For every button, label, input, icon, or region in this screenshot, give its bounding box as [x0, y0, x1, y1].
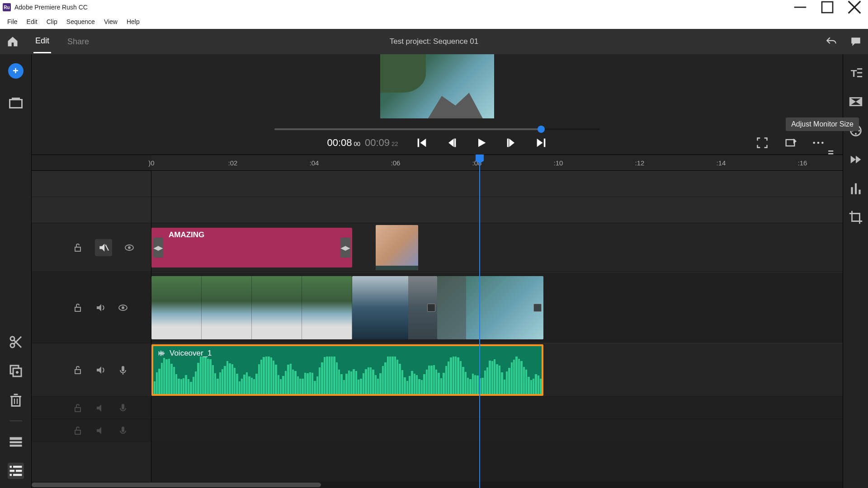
- svg-point-50: [122, 306, 124, 309]
- play-button[interactable]: [475, 136, 488, 149]
- svg-rect-21: [9, 445, 22, 447]
- undo-icon[interactable]: [826, 36, 837, 47]
- minimize-button[interactable]: [787, 0, 814, 14]
- svg-marker-35: [537, 139, 542, 147]
- audio-clip[interactable]: Voiceover_1: [151, 344, 543, 396]
- app-icon: Ru: [3, 3, 11, 11]
- menu-file[interactable]: File: [3, 16, 22, 27]
- svg-rect-19: [9, 437, 22, 440]
- ruler-tick: :06: [391, 155, 401, 171]
- tracks-container: ◀▶ AMAZING ◀▶: [32, 171, 843, 488]
- go-to-start-button[interactable]: [415, 136, 428, 149]
- duplicate-icon[interactable]: [8, 363, 24, 379]
- time-ruler[interactable]: )0 :02 :04 :06 :08 :10 :12 :14 :16: [32, 155, 843, 171]
- svg-rect-20: [9, 441, 22, 444]
- tab-edit[interactable]: Edit: [33, 30, 51, 53]
- more-options-button[interactable]: [812, 136, 825, 149]
- track-header-video1: [32, 272, 151, 343]
- title-clip[interactable]: ◀▶ AMAZING ◀▶: [151, 228, 352, 267]
- step-back-button[interactable]: [445, 136, 458, 149]
- svg-rect-42: [75, 247, 80, 251]
- svg-point-41: [821, 142, 824, 144]
- svg-marker-33: [509, 139, 514, 147]
- trash-icon[interactable]: [8, 392, 24, 408]
- svg-marker-43: [99, 244, 104, 251]
- preview-monitor[interactable]: [380, 54, 494, 118]
- ruler-tick: :14: [717, 155, 726, 171]
- transition-in-icon[interactable]: ◀▶: [153, 238, 163, 258]
- svg-marker-81: [856, 156, 861, 164]
- scissors-icon[interactable]: [8, 334, 24, 350]
- svg-rect-4: [9, 100, 22, 108]
- mute-icon[interactable]: [95, 239, 112, 256]
- ruler-ticks: )0 :02 :04 :06 :08 :10 :12 :14 :16: [151, 155, 843, 170]
- speaker-icon[interactable]: [95, 302, 106, 313]
- microphone-icon[interactable]: [118, 403, 128, 413]
- speaker-icon[interactable]: [95, 365, 106, 375]
- timecode: 00:08 00 00:09 22: [327, 137, 398, 149]
- video-clip-3[interactable]: [437, 276, 543, 339]
- horizontal-scrollbar[interactable]: [32, 482, 843, 488]
- svg-marker-48: [97, 304, 101, 311]
- svg-rect-36: [543, 139, 545, 147]
- svg-rect-51: [75, 370, 80, 374]
- divider: [9, 421, 22, 421]
- scrollbar-thumb[interactable]: [32, 483, 321, 487]
- step-forward-button[interactable]: [505, 136, 518, 149]
- titles-panel-button[interactable]: T: [848, 65, 863, 80]
- video-clip-2[interactable]: [352, 276, 437, 339]
- track-controls-icon[interactable]: [8, 463, 24, 479]
- menu-view[interactable]: View: [99, 16, 122, 27]
- video-clip-1[interactable]: [151, 276, 352, 339]
- menu-edit[interactable]: Edit: [22, 16, 42, 27]
- video-overlay-clip[interactable]: [376, 225, 418, 270]
- sequence-title: Test project: Sequence 01: [390, 37, 479, 46]
- loop-button[interactable]: [784, 136, 797, 149]
- speed-panel-button[interactable]: [848, 152, 863, 167]
- scrubber[interactable]: [274, 128, 600, 130]
- svg-rect-1: [822, 2, 833, 13]
- tab-share[interactable]: Share: [66, 31, 91, 53]
- svg-rect-60: [122, 427, 124, 432]
- menu-help[interactable]: Help: [122, 16, 144, 27]
- microphone-icon[interactable]: [118, 425, 128, 436]
- go-to-end-button[interactable]: [535, 136, 547, 149]
- close-button[interactable]: [841, 0, 868, 14]
- speaker-icon[interactable]: [95, 403, 106, 413]
- maximize-button[interactable]: [814, 0, 841, 14]
- unlock-icon[interactable]: [72, 302, 83, 313]
- unlock-icon[interactable]: [72, 242, 83, 253]
- project-panel-button[interactable]: [8, 95, 24, 111]
- comment-icon[interactable]: [850, 36, 862, 47]
- transitions-panel-button[interactable]: [848, 94, 863, 109]
- track-header-audio1: [32, 343, 151, 397]
- audio-panel-button[interactable]: [848, 181, 863, 196]
- track-header-row: [32, 197, 151, 223]
- add-media-button[interactable]: +: [8, 63, 24, 79]
- playhead[interactable]: [479, 155, 480, 488]
- fullscreen-button[interactable]: [756, 136, 769, 149]
- track-content[interactable]: ◀▶ AMAZING ◀▶: [151, 171, 843, 488]
- svg-marker-74: [856, 98, 862, 106]
- transition-icon[interactable]: [533, 304, 542, 312]
- transition-icon[interactable]: [427, 304, 435, 312]
- unlock-icon[interactable]: [72, 425, 83, 436]
- unlock-icon[interactable]: [72, 365, 83, 375]
- expand-tracks-icon[interactable]: [8, 434, 24, 450]
- svg-line-44: [105, 244, 108, 250]
- home-icon[interactable]: [6, 35, 19, 48]
- scrubber-handle[interactable]: [538, 126, 545, 133]
- audio-clip-label: Voiceover_1: [170, 349, 212, 358]
- unlock-icon[interactable]: [72, 403, 83, 413]
- eye-icon[interactable]: [124, 242, 135, 253]
- timeline: )0 :02 :04 :06 :08 :10 :12 :14 :16: [32, 155, 843, 488]
- svg-marker-52: [97, 366, 101, 374]
- eye-icon[interactable]: [118, 302, 128, 313]
- menu-sequence[interactable]: Sequence: [62, 16, 99, 27]
- microphone-icon[interactable]: [118, 365, 128, 375]
- crop-panel-button[interactable]: [848, 210, 863, 225]
- menu-clip[interactable]: Clip: [42, 16, 62, 27]
- speaker-icon[interactable]: [95, 425, 106, 436]
- svg-marker-32: [478, 139, 486, 147]
- transition-out-icon[interactable]: ◀▶: [340, 238, 350, 258]
